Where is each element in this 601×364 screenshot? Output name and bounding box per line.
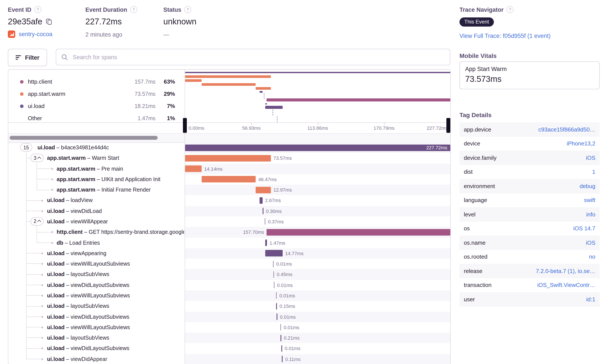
span-bar[interactable] bbox=[274, 282, 274, 288]
legend-item[interactable]: http.client157.7ms63% bbox=[8, 76, 184, 88]
span-row[interactable]: 0.01msui.load – viewWillLayoutSubviews bbox=[8, 290, 450, 301]
span-row[interactable]: 0.15msui.load – layoutSubViews bbox=[8, 301, 450, 312]
tag-value-link[interactable]: iOS bbox=[586, 239, 595, 246]
span-bar[interactable] bbox=[185, 155, 271, 162]
span-children-toggle[interactable]: 3 bbox=[30, 154, 44, 162]
span-children-toggle[interactable]: 15 bbox=[20, 143, 32, 151]
tag-value-link[interactable]: debug bbox=[580, 183, 595, 189]
span-row[interactable]: 0.01msui.load – viewDidLayoutSubviews bbox=[8, 343, 450, 354]
span-row[interactable]: 12.97msapp.start.warm – Initial Frame Re… bbox=[8, 185, 450, 195]
span-row[interactable]: 0.01msui.load – viewWillLayoutSubviews bbox=[8, 259, 450, 269]
span-description: ui.load – viewDidLayoutSubviews bbox=[47, 312, 129, 322]
tree-bullet bbox=[41, 295, 43, 296]
horizontal-scrollbar[interactable] bbox=[10, 136, 158, 140]
tag-value-link[interactable]: 7.2.0-beta.7 (1), io.se… bbox=[536, 268, 595, 274]
span-bar[interactable] bbox=[256, 187, 271, 193]
tag-value-link[interactable]: swift bbox=[584, 197, 595, 204]
axis-tick bbox=[251, 123, 252, 125]
mobile-vitals-card[interactable]: App Start Warm 73.573ms bbox=[460, 61, 600, 89]
span-row[interactable]: 1.47msdb – Load Entries bbox=[8, 237, 450, 248]
span-bar-cell: 0.11ms bbox=[185, 354, 450, 364]
tag-row: userid:1 bbox=[460, 292, 600, 306]
help-icon[interactable]: ? bbox=[507, 6, 514, 13]
swift-icon bbox=[8, 30, 15, 38]
span-bar[interactable] bbox=[280, 334, 281, 341]
span-row[interactable]: 0.45msui.load – layoutSubViews bbox=[8, 269, 450, 280]
span-row[interactable]: 0.21msui.load – layoutSubViews bbox=[8, 333, 450, 343]
tree-trunk bbox=[37, 226, 37, 243]
time-axis: 0.00ms56.93ms113.86ms170.79ms227.72ms bbox=[8, 122, 450, 134]
span-bar[interactable] bbox=[277, 314, 277, 320]
span-bar[interactable] bbox=[273, 271, 274, 278]
tag-value-link[interactable]: iPhone13,2 bbox=[567, 140, 595, 147]
help-icon[interactable]: ? bbox=[130, 6, 137, 13]
span-row[interactable]: 157.70mshttp.client – GET https://sentry… bbox=[8, 227, 450, 238]
tag-value-link[interactable]: c93ace15f866a9d50… bbox=[538, 126, 595, 133]
span-row[interactable]: 0.01msui.load – viewDidLayoutSubviews bbox=[8, 280, 450, 290]
scroll-strip bbox=[8, 133, 450, 143]
minimap-bar bbox=[256, 87, 271, 90]
span-bar[interactable] bbox=[281, 345, 282, 352]
chevron-up-icon bbox=[37, 220, 41, 224]
span-row[interactable]: 14.77msui.load – viewAppearing bbox=[8, 248, 450, 259]
legend-item[interactable]: ui.load18.21ms7% bbox=[8, 100, 184, 112]
tag-value-link[interactable]: id:1 bbox=[586, 296, 595, 303]
span-tree-cell: ui.load – viewWillLayoutSubviews bbox=[8, 259, 184, 269]
ops-breakdown-legend: http.client157.7ms63%app.start.warm73.57… bbox=[8, 76, 184, 125]
span-row[interactable]: 227.72ms15ui.load – b4ace34981e44d4c bbox=[8, 142, 450, 153]
copy-icon[interactable] bbox=[46, 18, 53, 25]
span-children-toggle[interactable]: 2 bbox=[30, 217, 44, 226]
filter-button[interactable]: Filter bbox=[8, 49, 47, 66]
span-bar[interactable] bbox=[265, 218, 265, 225]
span-row[interactable]: 0.37ms2ui.load – viewWillAppear bbox=[8, 216, 450, 227]
span-bar[interactable] bbox=[280, 324, 281, 331]
span-bar[interactable] bbox=[263, 208, 263, 214]
span-bar[interactable] bbox=[265, 239, 267, 246]
span-bar[interactable] bbox=[276, 292, 277, 299]
span-bar[interactable] bbox=[259, 197, 262, 204]
span-description: ui.load – loadView bbox=[47, 195, 92, 206]
span-bar-cell: 0.21ms bbox=[185, 333, 450, 343]
help-icon[interactable]: ? bbox=[34, 6, 41, 13]
span-bar[interactable] bbox=[276, 303, 277, 309]
span-row[interactable]: 2.67msui.load – loadView bbox=[8, 195, 450, 206]
event-id-block: Event ID? 29e35afe sentry-cocoa bbox=[8, 6, 53, 38]
tree-connector bbox=[26, 221, 30, 222]
trace-minimap[interactable] bbox=[185, 70, 450, 122]
span-bar[interactable] bbox=[185, 166, 202, 172]
tree-connector bbox=[37, 232, 51, 232]
span-row[interactable]: 46.47msapp.start.warm – UIKit and Applic… bbox=[8, 174, 450, 185]
view-full-trace-link[interactable]: View Full Trace: f05d955f (1 event) bbox=[460, 33, 551, 39]
span-row[interactable]: 0.11msui.load – viewDidAppear bbox=[8, 354, 450, 364]
span-row[interactable]: 73.57ms3app.start.warm – Warm Start bbox=[8, 153, 450, 164]
minimap-handle-left[interactable] bbox=[183, 118, 187, 133]
span-bar[interactable] bbox=[273, 261, 273, 267]
span-bar[interactable] bbox=[267, 229, 450, 236]
tag-value-link[interactable]: iOS 14.7 bbox=[573, 225, 595, 232]
span-bar[interactable] bbox=[185, 144, 450, 151]
tree-bullet bbox=[41, 253, 43, 254]
legend-item[interactable]: app.start.warm73.57ms29% bbox=[8, 88, 184, 100]
span-duration-label: 73.57ms bbox=[273, 153, 292, 164]
span-bar[interactable] bbox=[202, 176, 256, 183]
tag-value-link[interactable]: info bbox=[586, 211, 595, 218]
tree-span-divider[interactable] bbox=[185, 70, 185, 364]
project-link[interactable]: sentry-cocoa bbox=[19, 31, 52, 38]
minimap-handle-right[interactable] bbox=[446, 118, 450, 133]
tag-value-link[interactable]: iOS_Swift.ViewContr… bbox=[537, 282, 595, 288]
this-event-badge: This Event bbox=[460, 17, 494, 27]
span-bar[interactable] bbox=[265, 250, 283, 257]
tag-value-link[interactable]: iOS bbox=[586, 155, 595, 161]
span-row[interactable]: 0.01msui.load – viewDidLayoutSubviews bbox=[8, 312, 450, 322]
search-input[interactable] bbox=[72, 53, 445, 61]
span-row[interactable]: 0.30msui.load – viewDidLoad bbox=[8, 206, 450, 216]
span-search bbox=[56, 49, 450, 65]
span-bar[interactable] bbox=[282, 356, 282, 362]
help-icon[interactable]: ? bbox=[184, 6, 191, 13]
span-duration-label: 46.47ms bbox=[258, 174, 277, 185]
tag-value-link[interactable]: 1 bbox=[592, 169, 595, 175]
tag-row: levelinfo bbox=[460, 207, 600, 221]
span-row[interactable]: 0.01msui.load – viewWillLayoutSubviews bbox=[8, 322, 450, 333]
span-row[interactable]: 14.14msapp.start.warm – Pre main bbox=[8, 164, 450, 174]
tag-value-link[interactable]: no bbox=[589, 254, 595, 260]
